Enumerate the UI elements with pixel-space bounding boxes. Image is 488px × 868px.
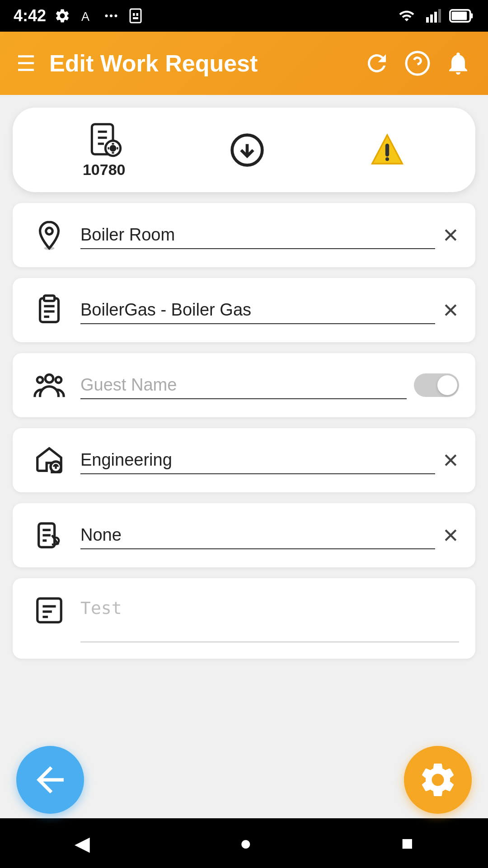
svg-rect-45 xyxy=(38,599,61,623)
a-icon: A xyxy=(79,8,95,24)
status-time: 4:42 xyxy=(14,6,46,25)
department-input[interactable] xyxy=(80,447,435,474)
svg-rect-6 xyxy=(136,13,139,16)
department-clear-button[interactable]: ✕ xyxy=(442,449,459,472)
back-arrow-icon xyxy=(30,760,70,800)
nav-back-button[interactable]: ◀ xyxy=(75,832,90,855)
warning-button[interactable] xyxy=(369,132,405,168)
guest-name-toggle-action xyxy=(414,373,459,397)
back-fab-button[interactable] xyxy=(16,746,84,814)
work-type-field-content xyxy=(80,297,435,324)
nav-recent-button[interactable]: ■ xyxy=(401,832,413,854)
svg-rect-14 xyxy=(470,13,473,18)
location-clear-button[interactable]: ✕ xyxy=(442,224,459,247)
svg-point-22 xyxy=(111,146,115,151)
clipboard-icon xyxy=(29,294,70,326)
dots-icon xyxy=(103,8,119,24)
toggle-knob xyxy=(437,375,457,395)
svg-point-1 xyxy=(105,14,108,17)
notes-card xyxy=(13,578,475,659)
work-order-id: 10780 xyxy=(83,161,126,179)
svg-point-27 xyxy=(385,157,389,161)
location-icon xyxy=(29,219,70,251)
svg-point-29 xyxy=(44,247,54,250)
download-button[interactable] xyxy=(229,132,265,168)
location-clear-action: ✕ xyxy=(442,224,459,247)
guest-name-toggle[interactable] xyxy=(414,373,459,397)
menu-button[interactable]: ☰ xyxy=(16,51,36,76)
svg-point-2 xyxy=(110,14,113,17)
svg-text:A: A xyxy=(81,10,89,24)
status-bar-left: 4:42 A xyxy=(14,6,144,25)
location-field-card: ✕ xyxy=(13,203,475,267)
toolbar-card: 10780 xyxy=(13,108,475,192)
notes-icon xyxy=(29,594,70,626)
svg-rect-10 xyxy=(434,12,437,23)
svg-point-37 xyxy=(56,377,61,383)
guest-name-field-card xyxy=(13,353,475,417)
priority-clear-action: ✕ xyxy=(442,524,459,547)
svg-rect-31 xyxy=(44,296,54,301)
location-field-content xyxy=(80,222,435,249)
work-order-settings-button[interactable]: 10780 xyxy=(83,121,126,179)
wifi-icon xyxy=(397,8,417,24)
svg-point-3 xyxy=(115,14,117,17)
status-bar: 4:42 A xyxy=(0,0,488,32)
notification-button[interactable] xyxy=(445,50,472,77)
refresh-button[interactable] xyxy=(363,50,390,77)
top-nav-left: ☰ Edit Work Request xyxy=(16,50,258,77)
settings-fab-button[interactable] xyxy=(404,746,472,814)
battery-icon xyxy=(449,8,474,24)
guest-name-input[interactable] xyxy=(80,372,407,399)
priority-clear-button[interactable]: ✕ xyxy=(442,524,459,547)
bottom-nav: ◀ ● ■ xyxy=(0,818,488,868)
svg-rect-7 xyxy=(133,17,138,19)
svg-rect-11 xyxy=(438,9,441,23)
priority-field-card: ✕ xyxy=(13,503,475,567)
department-field-content xyxy=(80,447,435,474)
warning-icon xyxy=(369,132,405,168)
page-title: Edit Work Request xyxy=(49,50,258,77)
priority-input[interactable] xyxy=(80,522,435,549)
sim-icon xyxy=(127,8,144,24)
status-bar-right xyxy=(397,8,474,24)
svg-rect-4 xyxy=(130,9,141,23)
help-button[interactable] xyxy=(404,50,431,77)
location-input[interactable] xyxy=(80,222,435,249)
priority-field-content xyxy=(80,522,435,549)
svg-point-35 xyxy=(45,375,53,383)
notes-textarea[interactable] xyxy=(80,594,459,642)
nav-home-button[interactable]: ● xyxy=(239,832,252,854)
home-repair-icon xyxy=(29,444,70,476)
svg-rect-9 xyxy=(430,14,433,23)
signal-icon xyxy=(423,8,443,24)
svg-rect-13 xyxy=(452,12,467,20)
team-icon xyxy=(29,369,70,401)
work-type-clear-button[interactable]: ✕ xyxy=(442,299,459,322)
svg-point-28 xyxy=(46,228,53,235)
top-nav: ☰ Edit Work Request xyxy=(0,32,488,95)
form-section: ✕ ✕ xyxy=(13,203,475,659)
svg-point-36 xyxy=(37,377,43,383)
guest-name-field-content xyxy=(80,372,407,399)
top-nav-right xyxy=(363,50,472,77)
work-type-input[interactable] xyxy=(80,297,435,324)
department-clear-action: ✕ xyxy=(442,449,459,472)
svg-rect-8 xyxy=(426,17,429,23)
settings-status-icon xyxy=(54,8,70,24)
download-icon xyxy=(229,132,265,168)
work-type-clear-action: ✕ xyxy=(442,299,459,322)
work-order-icon xyxy=(86,121,122,157)
notes-field-content xyxy=(80,594,459,642)
task-list-icon xyxy=(29,519,70,551)
svg-rect-5 xyxy=(133,13,135,16)
gear-fab-icon xyxy=(418,760,458,800)
work-type-field-card: ✕ xyxy=(13,278,475,342)
department-field-card: ✕ xyxy=(13,428,475,492)
